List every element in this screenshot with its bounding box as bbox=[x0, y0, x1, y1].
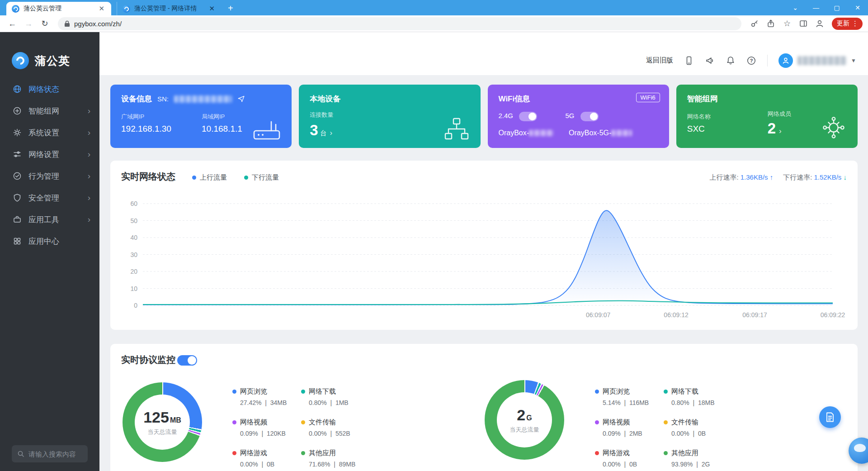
notification-bell-icon[interactable] bbox=[726, 56, 736, 66]
svg-text:06:09:12: 06:09:12 bbox=[664, 311, 689, 319]
sidebar-item-label: 系统设置 bbox=[28, 128, 59, 138]
wifi-24-toggle[interactable] bbox=[519, 112, 537, 121]
split-view-icon[interactable] bbox=[797, 17, 810, 30]
legend-label: 网络视频 bbox=[240, 418, 267, 427]
app-page: 蒲公英 网络状态 智能组网 › 系统设置 › bbox=[0, 32, 868, 471]
tab-title: 蒲公英云管理 bbox=[24, 5, 93, 13]
legend-dot bbox=[232, 451, 236, 455]
protocol-legend-item: 网络视频0.09% | 2MB bbox=[595, 418, 664, 449]
legend-dot bbox=[595, 390, 599, 394]
key-icon[interactable] bbox=[748, 17, 761, 30]
legend-values: 0.80% | 18MB bbox=[671, 399, 741, 406]
network-traffic-legend: 网页浏览5.14% | 116MB网络下载0.80% | 18MB网络视频0.0… bbox=[595, 387, 741, 471]
sidebar-item-app-tools[interactable]: 应用工具 › bbox=[0, 209, 99, 230]
menu-kebab-icon[interactable]: ⋮ bbox=[852, 19, 859, 28]
mobile-app-icon[interactable] bbox=[684, 56, 694, 66]
donut-total: 125 bbox=[143, 409, 169, 426]
forward-icon[interactable]: → bbox=[22, 17, 35, 30]
svg-text:06:09:07: 06:09:07 bbox=[586, 311, 611, 319]
back-icon[interactable]: ← bbox=[5, 17, 19, 30]
sidebar-item-behavior-management[interactable]: 行为管理 › bbox=[0, 165, 99, 187]
donut-total: 2 bbox=[517, 406, 525, 423]
browser-tab-1[interactable]: 蒲公英云管理 ✕ bbox=[6, 2, 111, 15]
svg-text:20: 20 bbox=[130, 268, 137, 275]
maximize-icon[interactable]: ▢ bbox=[826, 4, 847, 11]
protocol-legend-item: 网络下载0.80% | 18MB bbox=[664, 387, 741, 418]
download-rate-label: 下行速率: bbox=[783, 173, 812, 181]
new-tab-button[interactable]: + bbox=[228, 3, 233, 13]
legend-dot bbox=[664, 451, 668, 455]
reload-icon[interactable]: ↻ bbox=[38, 17, 52, 30]
legend-label: 网络下载 bbox=[309, 387, 336, 396]
app-logo: 蒲公英 bbox=[0, 32, 99, 69]
sidebar-item-system-settings[interactable]: 系统设置 › bbox=[0, 122, 99, 143]
browser-update-button[interactable]: 更新 ⋮ bbox=[832, 18, 863, 30]
close-icon[interactable]: ✕ bbox=[847, 4, 868, 11]
tab-search-icon[interactable]: ⌄ bbox=[785, 4, 806, 11]
sidebar-item-network-settings[interactable]: 网络设置 › bbox=[0, 143, 99, 165]
legend-dot bbox=[244, 176, 248, 180]
tab-close-icon[interactable]: ✕ bbox=[97, 5, 106, 13]
logo-text: 蒲公英 bbox=[35, 53, 70, 68]
wifi-5-toggle[interactable] bbox=[580, 112, 599, 121]
download-rate-value: 1.52KB/s bbox=[814, 173, 841, 181]
protocol-monitor-panel: 实时协议监控 125MB 当天总流量 网页浏览27.42% | 34MB网络下载… bbox=[110, 344, 858, 471]
legend-dot bbox=[301, 390, 305, 394]
share-icon[interactable] bbox=[764, 17, 778, 30]
help-icon[interactable]: ? bbox=[746, 56, 756, 66]
card-title: WiFi信息 bbox=[499, 94, 530, 104]
local-traffic-legend: 网页浏览27.42% | 34MB网络下载0.80% | 1MB网络视频0.09… bbox=[232, 387, 378, 471]
legend-values: 0.09% | 2MB bbox=[603, 430, 664, 437]
svg-text:0: 0 bbox=[134, 302, 137, 309]
legend-values: 0.00% | 552B bbox=[309, 430, 378, 437]
browser-tab-2[interactable]: 蒲公英管理 - 网络详情 ✕ bbox=[117, 2, 222, 15]
tab-title: 蒲公英管理 - 网络详情 bbox=[134, 5, 203, 13]
back-to-old-version-link[interactable]: 返回旧版 bbox=[646, 56, 673, 65]
legend-values: 71.68% | 89MB bbox=[309, 461, 378, 468]
globe-icon bbox=[13, 85, 22, 94]
sidebar-item-security-management[interactable]: 安全管理 › bbox=[0, 187, 99, 209]
tab-close-icon[interactable]: ✕ bbox=[208, 5, 216, 13]
sidebar-item-app-center[interactable]: 应用中心 bbox=[0, 230, 99, 252]
protocol-legend-item: 网络视频0.09% | 120KB bbox=[232, 418, 301, 449]
upload-rate: 上行速率:1.36KB/s ↑ bbox=[710, 173, 774, 182]
legend-label: 网络游戏 bbox=[240, 449, 267, 457]
legend-label: 网络下载 bbox=[671, 387, 698, 396]
protocol-legend-item: 其他应用93.98% | 2G bbox=[664, 449, 741, 471]
legend-values: 0.00% | 0B bbox=[240, 461, 301, 468]
upload-rate-value: 1.36KB/s bbox=[741, 173, 768, 181]
protocol-monitor-toggle[interactable] bbox=[177, 355, 197, 366]
chevron-right-icon[interactable]: › bbox=[330, 128, 333, 138]
wifi-info-card[interactable]: WiFi信息 WiFi6 2.4G 5G OrayBox- OrayBox-5G… bbox=[488, 85, 669, 148]
minimize-icon[interactable]: — bbox=[806, 4, 826, 11]
smart-network-card[interactable]: 智能组网 网络名称 SXC 网络成员 2 › bbox=[676, 85, 858, 148]
svg-text:60: 60 bbox=[130, 200, 137, 207]
legend-label: 文件传输 bbox=[309, 418, 336, 427]
report-fab[interactable] bbox=[819, 406, 841, 428]
upload-rate-label: 上行速率: bbox=[710, 173, 739, 181]
search-input[interactable] bbox=[28, 450, 78, 458]
profile-icon[interactable] bbox=[813, 17, 826, 30]
account-menu[interactable]: ▼ bbox=[778, 53, 856, 68]
legend-values: 0.80% | 1MB bbox=[309, 399, 378, 406]
chevron-right-icon[interactable]: › bbox=[779, 127, 782, 136]
announcement-icon[interactable] bbox=[705, 56, 715, 66]
local-devices-card[interactable]: 本地设备 连接数量 3 台 › bbox=[299, 85, 480, 148]
site-favicon bbox=[123, 5, 130, 13]
sidebar-search[interactable] bbox=[12, 445, 88, 462]
address-bar[interactable]: pgybox.com/zh/ bbox=[58, 17, 741, 30]
page-header: 返回旧版 ? ▼ bbox=[99, 32, 868, 75]
network-name: SXC bbox=[687, 124, 711, 134]
band-24-label: 2.4G bbox=[499, 112, 514, 119]
sidebar-item-smart-network[interactable]: 智能组网 › bbox=[0, 100, 99, 122]
donut-center: 2G 当天总流量 bbox=[497, 392, 552, 447]
bookmark-star-icon[interactable]: ☆ bbox=[780, 17, 794, 30]
search-icon bbox=[17, 450, 24, 457]
ssid-24-prefix: OrayBox- bbox=[499, 129, 529, 137]
sidebar-item-network-status[interactable]: 网络状态 bbox=[0, 78, 99, 100]
legend-label: 其他应用 bbox=[671, 449, 698, 457]
network-traffic-donut: 2G 当天总流量 bbox=[485, 380, 564, 460]
summary-cards: 设备信息 SN: 广域网IP 192.168.1.30 局域网IP 10.168… bbox=[110, 85, 858, 148]
device-info-card[interactable]: 设备信息 SN: 广域网IP 192.168.1.30 局域网IP 10.168… bbox=[110, 85, 292, 148]
network-name-label: 网络名称 bbox=[687, 113, 711, 121]
